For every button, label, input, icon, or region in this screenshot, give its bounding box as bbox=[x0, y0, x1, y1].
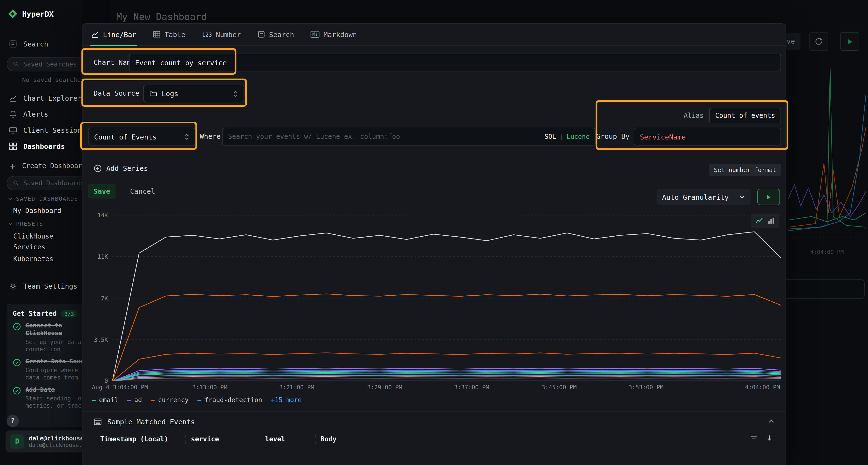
section-saved-dashboards[interactable]: Saved Dashboards bbox=[8, 196, 78, 202]
set-number-format-button[interactable]: Set number format bbox=[709, 164, 781, 176]
table-icon bbox=[153, 30, 161, 38]
tab-label: Markdown bbox=[323, 30, 357, 38]
chart-name-input[interactable] bbox=[129, 54, 781, 71]
aggregation-value: Count of Events bbox=[94, 133, 156, 141]
granularity-select[interactable]: Auto Granularity bbox=[656, 189, 751, 205]
filter-columns-icon[interactable] bbox=[750, 434, 758, 442]
tab-label: Line/Bar bbox=[103, 30, 136, 38]
section-divider bbox=[83, 411, 785, 411]
brand[interactable]: HyperDX bbox=[8, 9, 54, 19]
cancel-button[interactable]: Cancel bbox=[126, 184, 159, 199]
aggregation-select[interactable]: Count of Events bbox=[88, 128, 195, 145]
x-axis-tick: 3:13:00 PM bbox=[192, 384, 227, 391]
y-axis-tick: 3.5K bbox=[88, 336, 108, 343]
tab-line-bar[interactable]: Line/Bar bbox=[90, 24, 137, 46]
sort-descending-icon[interactable] bbox=[766, 434, 773, 442]
help-button[interactable]: ? bbox=[7, 415, 19, 427]
data-source-value: Logs bbox=[161, 89, 178, 98]
section-label: Saved Dashboards bbox=[16, 196, 79, 202]
sidebar-item-services[interactable]: Services bbox=[13, 243, 45, 251]
run-chart-button[interactable] bbox=[757, 189, 780, 205]
legend-label: fraud-detection bbox=[205, 396, 262, 404]
sidebar-item-label: Alerts bbox=[23, 110, 48, 118]
markdown-icon: M↓ bbox=[311, 31, 320, 38]
magnifier-icon bbox=[13, 61, 20, 68]
hyperdx-logo-icon bbox=[8, 9, 18, 19]
y-axis-tick: 7K bbox=[88, 295, 108, 302]
data-source-label: Data Source bbox=[94, 85, 140, 102]
sample-matched-events-header[interactable]: Sample Matched Events bbox=[94, 418, 195, 426]
chevron-down-icon bbox=[8, 196, 13, 201]
y-axis-tick: 11K bbox=[88, 254, 108, 260]
check-circle-icon bbox=[13, 358, 21, 381]
monitor-icon bbox=[9, 126, 17, 134]
create-dashboard-label: Create Dashboard bbox=[22, 162, 86, 170]
legend-swatch: — bbox=[197, 396, 201, 404]
saved-dashboards-field[interactable] bbox=[23, 179, 84, 187]
add-series-label: Add Series bbox=[106, 164, 148, 172]
collapse-section-icon[interactable] bbox=[768, 418, 775, 425]
section-presets[interactable]: Presets bbox=[8, 221, 43, 227]
tab-search[interactable]: Search bbox=[256, 24, 295, 46]
x-axis-tick: 3:53:00 PM bbox=[628, 384, 663, 391]
alias-input[interactable] bbox=[709, 108, 781, 123]
line-chart-icon bbox=[91, 30, 99, 38]
sidebar-item-kubernetes[interactable]: Kubernetes bbox=[13, 255, 53, 263]
updown-chevrons-icon bbox=[184, 133, 189, 140]
column-header-timestamp[interactable]: Timestamp (Local) bbox=[100, 435, 168, 443]
column-header-body[interactable]: Body bbox=[320, 435, 336, 443]
saved-searches-field[interactable] bbox=[23, 60, 84, 68]
group-by-input[interactable] bbox=[634, 128, 781, 145]
where-search-box: SQL | Lucene bbox=[222, 128, 596, 145]
where-search-input[interactable] bbox=[228, 133, 540, 140]
legend-item-currency[interactable]: — currency bbox=[151, 396, 189, 404]
alias-label: Alias bbox=[684, 108, 704, 123]
updown-chevrons-icon bbox=[233, 90, 238, 97]
legend-label: ad bbox=[134, 396, 142, 404]
plus-circle-icon bbox=[94, 164, 102, 172]
sidebar-item-label: Chart Explorer bbox=[23, 94, 82, 102]
sidebar-item-my-dashboard[interactable]: My Dashboard bbox=[13, 207, 61, 215]
chart-plot-area[interactable] bbox=[112, 215, 781, 381]
query-language-toggle[interactable]: SQL | Lucene bbox=[545, 133, 590, 140]
legend-swatch: — bbox=[92, 396, 96, 404]
tab-number[interactable]: 123 Number bbox=[201, 24, 242, 46]
sample-matched-events-title: Sample Matched Events bbox=[107, 418, 195, 426]
save-button[interactable]: Save bbox=[88, 184, 116, 199]
column-divider bbox=[185, 435, 186, 443]
legend-item-ad[interactable]: — ad bbox=[127, 396, 142, 404]
chart-editor-modal: Line/Bar Table 123 Number Search M↓ Ma bbox=[82, 23, 786, 465]
lucene-option[interactable]: Lucene bbox=[567, 133, 590, 140]
legend-label: email bbox=[99, 396, 118, 404]
legend-label: currency bbox=[158, 396, 189, 404]
legend-more-link[interactable]: +15 more bbox=[271, 396, 302, 404]
legend-swatch: — bbox=[151, 396, 155, 404]
tab-markdown[interactable]: M↓ Markdown bbox=[310, 24, 358, 46]
x-axis-tick: 3:29:00 PM bbox=[367, 384, 402, 391]
data-source-select[interactable]: Logs bbox=[144, 85, 244, 102]
add-series-button[interactable]: Add Series bbox=[94, 164, 148, 172]
column-divider bbox=[315, 435, 315, 443]
sql-option[interactable]: SQL bbox=[545, 133, 556, 140]
timeseries-chart: 14K 11K 7K 3.5K 0 Aug 4 3:04:00 PM 3:13:… bbox=[88, 215, 781, 406]
legend-item-email[interactable]: — email bbox=[92, 396, 118, 404]
app-root: My New Dashboard Save 4:04:00 PM HyperDX… bbox=[0, 0, 868, 465]
gear-icon bbox=[9, 282, 17, 290]
get-started-title: Get Started bbox=[13, 310, 57, 318]
number-123-icon: 123 bbox=[202, 31, 212, 37]
folder-icon bbox=[150, 90, 157, 97]
chart-legend: — email — ad — currency — fraud-detectio… bbox=[92, 396, 302, 404]
dashboards-grid-icon bbox=[9, 142, 17, 150]
chevron-down-icon bbox=[739, 194, 745, 200]
brand-name: HyperDX bbox=[22, 9, 54, 18]
get-started-progress-badge: 3/3 bbox=[61, 310, 78, 317]
chevron-down-icon bbox=[8, 221, 13, 226]
tab-table[interactable]: Table bbox=[152, 24, 187, 46]
x-axis-tick: 3:45:00 PM bbox=[541, 384, 577, 391]
column-header-service[interactable]: service bbox=[191, 435, 219, 443]
sidebar-item-label: Team Settings bbox=[23, 282, 78, 290]
column-header-level[interactable]: level bbox=[265, 435, 285, 443]
search-doc-icon bbox=[257, 30, 265, 38]
sidebar-item-clickhouse[interactable]: ClickHouse bbox=[13, 232, 53, 240]
legend-item-fraud-detection[interactable]: — fraud-detection bbox=[197, 396, 262, 404]
